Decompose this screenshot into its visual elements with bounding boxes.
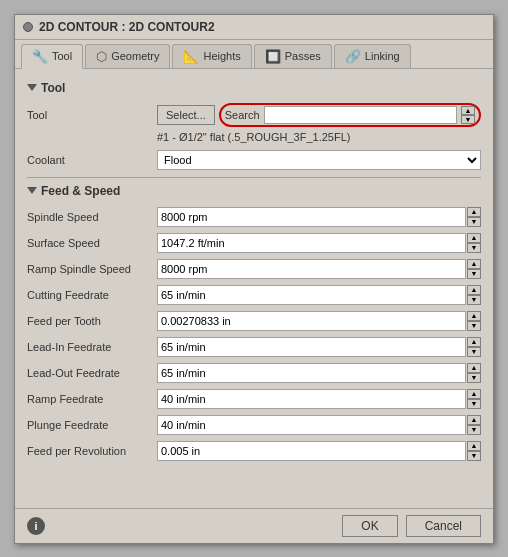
feed-speed-spinner-0[interactable]: ▲▼ bbox=[467, 207, 481, 227]
tab-bar: 🔧 Tool ⬡ Geometry 📐 Heights 🔲 Passes 🔗 L… bbox=[15, 40, 493, 69]
feed-speed-spinner-4[interactable]: ▲▼ bbox=[467, 311, 481, 331]
tool-info: #1 - Ø1/2" flat (.5_ROUGH_3F_1.25FL) bbox=[157, 131, 481, 143]
search-spinner[interactable]: ▲ ▼ bbox=[461, 106, 475, 124]
feed-speed-spinner-5[interactable]: ▲▼ bbox=[467, 337, 481, 357]
tool-collapse-icon[interactable] bbox=[27, 84, 37, 91]
feed-speed-input-0[interactable] bbox=[157, 207, 466, 227]
heights-tab-icon: 📐 bbox=[183, 49, 199, 64]
feed-speed-spin-up-2[interactable]: ▲ bbox=[467, 259, 481, 269]
feed-speed-spin-up-6[interactable]: ▲ bbox=[467, 363, 481, 373]
feed-speed-spin-down-7[interactable]: ▼ bbox=[467, 399, 481, 409]
ok-button[interactable]: OK bbox=[342, 515, 397, 537]
feed-speed-spin-up-1[interactable]: ▲ bbox=[467, 233, 481, 243]
feed-speed-input-2[interactable] bbox=[157, 259, 466, 279]
search-input[interactable] bbox=[264, 106, 457, 124]
feed-speed-label-6: Lead-Out Feedrate bbox=[27, 367, 157, 379]
tool-label: Tool bbox=[27, 109, 157, 121]
feed-speed-spin-up-9[interactable]: ▲ bbox=[467, 441, 481, 451]
feed-speed-section-title: Feed & Speed bbox=[41, 184, 120, 198]
feed-speed-spin-up-7[interactable]: ▲ bbox=[467, 389, 481, 399]
geometry-tab-icon: ⬡ bbox=[96, 49, 107, 64]
tab-tool[interactable]: 🔧 Tool bbox=[21, 44, 83, 69]
feed-speed-label-3: Cutting Feedrate bbox=[27, 289, 157, 301]
tool-row: Tool Select... Search ▲ ▼ bbox=[27, 103, 481, 127]
feed-speed-control-8: ▲▼ bbox=[157, 415, 481, 435]
feed-speed-input-3[interactable] bbox=[157, 285, 466, 305]
main-dialog: 2D CONTOUR : 2D CONTOUR2 🔧 Tool ⬡ Geomet… bbox=[14, 14, 494, 544]
feed-speed-label-7: Ramp Feedrate bbox=[27, 393, 157, 405]
tab-heights[interactable]: 📐 Heights bbox=[172, 44, 251, 68]
footer-left: i bbox=[27, 517, 45, 535]
tab-heights-label: Heights bbox=[203, 50, 240, 62]
search-spin-up[interactable]: ▲ bbox=[461, 106, 475, 115]
feed-speed-label-0: Spindle Speed bbox=[27, 211, 157, 223]
feed-speed-spinner-9[interactable]: ▲▼ bbox=[467, 441, 481, 461]
tab-linking[interactable]: 🔗 Linking bbox=[334, 44, 411, 68]
content-area: Tool Tool Select... Search ▲ ▼ #1 - Ø1/2… bbox=[15, 69, 493, 508]
feed-speed-spin-down-1[interactable]: ▼ bbox=[467, 243, 481, 253]
feed-speed-spin-down-4[interactable]: ▼ bbox=[467, 321, 481, 331]
feed-speed-spin-down-2[interactable]: ▼ bbox=[467, 269, 481, 279]
feed-speed-spinner-1[interactable]: ▲▼ bbox=[467, 233, 481, 253]
feed-speed-input-8[interactable] bbox=[157, 415, 466, 435]
feed-speed-label-2: Ramp Spindle Speed bbox=[27, 263, 157, 275]
feed-speed-spinner-8[interactable]: ▲▼ bbox=[467, 415, 481, 435]
feed-speed-row-6: Lead-Out Feedrate▲▼ bbox=[27, 362, 481, 384]
feed-speed-row-2: Ramp Spindle Speed▲▼ bbox=[27, 258, 481, 280]
feed-speed-spin-up-0[interactable]: ▲ bbox=[467, 207, 481, 217]
feed-speed-spinner-3[interactable]: ▲▼ bbox=[467, 285, 481, 305]
feed-speed-row-5: Lead-In Feedrate▲▼ bbox=[27, 336, 481, 358]
feed-speed-control-4: ▲▼ bbox=[157, 311, 481, 331]
tool-section-header: Tool bbox=[27, 81, 481, 95]
tool-tab-icon: 🔧 bbox=[32, 49, 48, 64]
dialog-footer: i OK Cancel bbox=[15, 508, 493, 543]
feed-speed-spin-down-8[interactable]: ▼ bbox=[467, 425, 481, 435]
feed-speed-label-5: Lead-In Feedrate bbox=[27, 341, 157, 353]
title-bar: 2D CONTOUR : 2D CONTOUR2 bbox=[15, 15, 493, 40]
dialog-title: 2D CONTOUR : 2D CONTOUR2 bbox=[39, 20, 215, 34]
feed-speed-control-2: ▲▼ bbox=[157, 259, 481, 279]
feed-speed-control-6: ▲▼ bbox=[157, 363, 481, 383]
feed-speed-spin-down-9[interactable]: ▼ bbox=[467, 451, 481, 461]
feed-speed-spin-down-3[interactable]: ▼ bbox=[467, 295, 481, 305]
tab-passes[interactable]: 🔲 Passes bbox=[254, 44, 332, 68]
feed-speed-control-3: ▲▼ bbox=[157, 285, 481, 305]
feed-speed-input-4[interactable] bbox=[157, 311, 466, 331]
feed-speed-input-5[interactable] bbox=[157, 337, 466, 357]
feed-speed-collapse-icon[interactable] bbox=[27, 187, 37, 194]
feed-speed-input-9[interactable] bbox=[157, 441, 466, 461]
feed-speed-control-0: ▲▼ bbox=[157, 207, 481, 227]
tab-geometry[interactable]: ⬡ Geometry bbox=[85, 44, 170, 68]
feed-speed-spin-up-8[interactable]: ▲ bbox=[467, 415, 481, 425]
feed-speed-row-9: Feed per Revolution▲▼ bbox=[27, 440, 481, 462]
passes-tab-icon: 🔲 bbox=[265, 49, 281, 64]
cancel-button[interactable]: Cancel bbox=[406, 515, 481, 537]
search-label: Search bbox=[225, 109, 260, 121]
feed-speed-input-6[interactable] bbox=[157, 363, 466, 383]
feed-speed-spin-up-4[interactable]: ▲ bbox=[467, 311, 481, 321]
feed-speed-spinner-2[interactable]: ▲▼ bbox=[467, 259, 481, 279]
coolant-select[interactable]: Flood bbox=[157, 150, 481, 170]
feed-speed-row-0: Spindle Speed▲▼ bbox=[27, 206, 481, 228]
feed-speed-control-7: ▲▼ bbox=[157, 389, 481, 409]
feed-speed-spin-down-0[interactable]: ▼ bbox=[467, 217, 481, 227]
linking-tab-icon: 🔗 bbox=[345, 49, 361, 64]
tab-linking-label: Linking bbox=[365, 50, 400, 62]
feed-speed-spinner-6[interactable]: ▲▼ bbox=[467, 363, 481, 383]
feed-speed-input-1[interactable] bbox=[157, 233, 466, 253]
footer-buttons: OK Cancel bbox=[342, 515, 481, 537]
info-icon[interactable]: i bbox=[27, 517, 45, 535]
feed-speed-input-7[interactable] bbox=[157, 389, 466, 409]
feed-speed-spinner-7[interactable]: ▲▼ bbox=[467, 389, 481, 409]
feed-speed-row-7: Ramp Feedrate▲▼ bbox=[27, 388, 481, 410]
search-wrapper: Search ▲ ▼ bbox=[219, 103, 481, 127]
select-button[interactable]: Select... bbox=[157, 105, 215, 125]
feed-speed-spin-up-5[interactable]: ▲ bbox=[467, 337, 481, 347]
feed-speed-spin-up-3[interactable]: ▲ bbox=[467, 285, 481, 295]
feed-speed-row-8: Plunge Feedrate▲▼ bbox=[27, 414, 481, 436]
feed-speed-section-header: Feed & Speed bbox=[27, 184, 481, 198]
feed-speed-row-1: Surface Speed▲▼ bbox=[27, 232, 481, 254]
feed-speed-spin-down-5[interactable]: ▼ bbox=[467, 347, 481, 357]
search-spin-down[interactable]: ▼ bbox=[461, 115, 475, 124]
feed-speed-spin-down-6[interactable]: ▼ bbox=[467, 373, 481, 383]
